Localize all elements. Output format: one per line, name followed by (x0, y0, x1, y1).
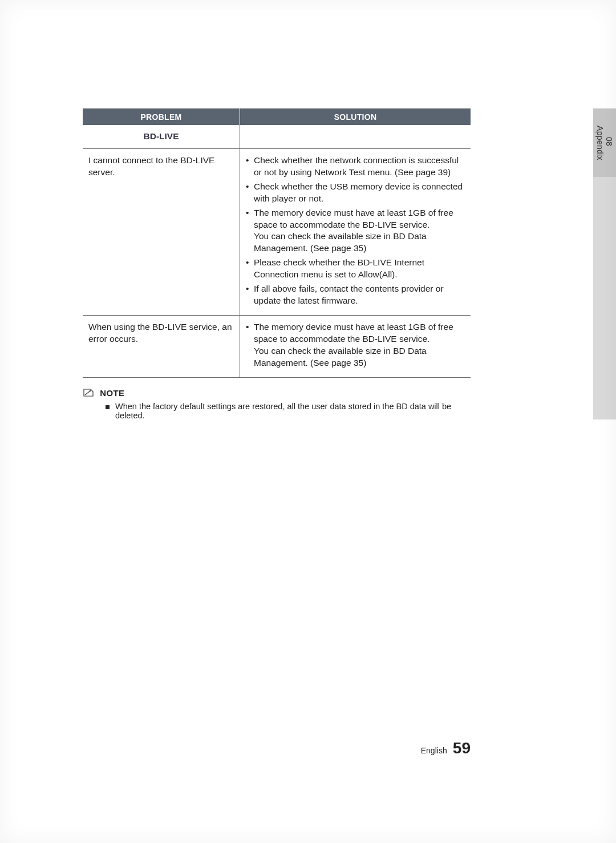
footer-language: English (421, 746, 447, 755)
solution-item: The memory device must have at least 1GB… (246, 207, 465, 255)
page-number: 59 (453, 739, 471, 757)
page-footer: English 59 (83, 739, 471, 757)
subhead-row: BD-LIVE (83, 125, 471, 148)
problem-cell: When using the BD-LIVE service, an error… (83, 315, 240, 377)
side-tab-label: 08 Appendix (595, 126, 614, 160)
note-text: When the factory default settings are re… (115, 402, 471, 420)
solution-item: Check whether the network connection is … (246, 155, 465, 179)
solution-list: Check whether the network connection is … (246, 155, 465, 307)
subhead-empty (240, 125, 471, 148)
table-row: When using the BD-LIVE service, an error… (83, 315, 471, 377)
table-header-row: PROBLEM SOLUTION (83, 109, 471, 126)
solution-item: Check whether the USB memory device is c… (246, 181, 465, 205)
solution-item: Please check whether the BD-LIVE Interne… (246, 257, 465, 281)
header-solution: SOLUTION (240, 109, 471, 126)
problem-cell: I cannot connect to the BD-LIVE server. (83, 148, 240, 315)
solution-list: The memory device must have at least 1GB… (246, 321, 465, 369)
troubleshooting-table: PROBLEM SOLUTION BD-LIVE I cannot connec… (83, 108, 471, 378)
note-icon (83, 388, 94, 400)
solution-text: You can check the available size in BD D… (254, 231, 427, 253)
solution-item: If all above fails, contact the contents… (246, 283, 465, 307)
section-name: Appendix (595, 126, 605, 160)
note-label: NOTE (100, 388, 124, 398)
solution-text: The memory device must have at least 1GB… (254, 322, 453, 344)
subhead-bd-live: BD-LIVE (83, 125, 240, 148)
solution-cell: Check whether the network connection is … (240, 148, 471, 315)
note-block: NOTE When the factory default settings a… (83, 388, 471, 420)
solution-cell: The memory device must have at least 1GB… (240, 315, 471, 377)
section-number: 08 (605, 126, 614, 158)
bullet-square-icon (106, 405, 110, 409)
main-content: PROBLEM SOLUTION BD-LIVE I cannot connec… (83, 108, 471, 420)
solution-item: The memory device must have at least 1GB… (246, 321, 465, 369)
solution-text: You can check the available size in BD D… (254, 346, 427, 368)
table-row: I cannot connect to the BD-LIVE server. … (83, 148, 471, 315)
side-tab: 08 Appendix (593, 108, 616, 420)
header-problem: PROBLEM (83, 109, 240, 126)
side-tab-top: 08 Appendix (593, 108, 616, 177)
note-item: When the factory default settings are re… (83, 402, 471, 420)
solution-text: The memory device must have at least 1GB… (254, 208, 453, 229)
